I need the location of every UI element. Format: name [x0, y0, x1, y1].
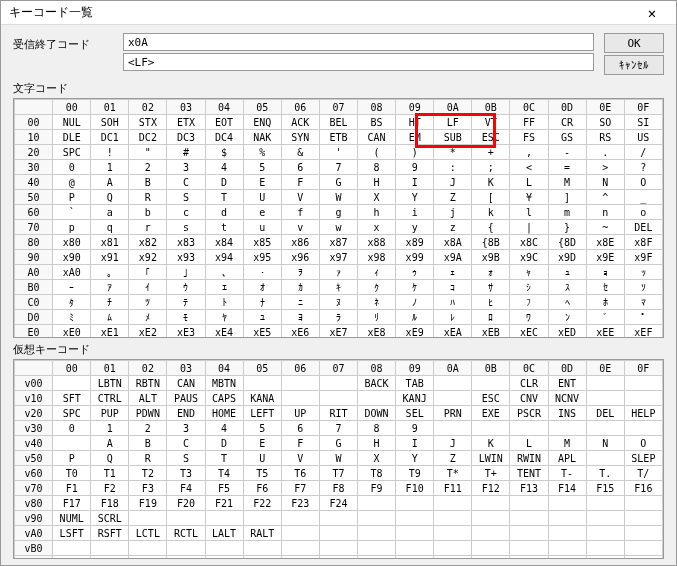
grid-cell[interactable]: U	[243, 451, 281, 466]
grid-cell[interactable]: x83	[167, 235, 205, 250]
grid-cell[interactable]: ¥	[510, 190, 548, 205]
grid-cell[interactable]: T-	[548, 466, 586, 481]
grid-cell[interactable]	[510, 496, 548, 511]
grid-cell[interactable]: G	[319, 175, 357, 190]
grid-cell[interactable]: x88	[357, 235, 395, 250]
grid-cell[interactable]	[548, 421, 586, 436]
grid-cell[interactable]: F12	[472, 481, 510, 496]
grid-cell[interactable]: b	[129, 205, 167, 220]
grid-cell[interactable]: S	[167, 451, 205, 466]
grid-cell[interactable]: F14	[548, 481, 586, 496]
grid-cell[interactable]: ｨ	[357, 265, 395, 280]
grid-cell[interactable]	[396, 556, 434, 560]
grid-cell[interactable]: STX	[129, 115, 167, 130]
grid-cell[interactable]	[472, 541, 510, 556]
grid-cell[interactable]: ﾍ	[548, 295, 586, 310]
grid-cell[interactable]: )	[396, 145, 434, 160]
grid-cell[interactable]: x9C	[510, 250, 548, 265]
grid-cell[interactable]: ﾙ	[396, 310, 434, 325]
grid-cell[interactable]: x86	[281, 235, 319, 250]
grid-cell[interactable]: ｴ	[205, 280, 243, 295]
grid-cell[interactable]: ｫ	[472, 265, 510, 280]
grid-cell[interactable]: ﾗ	[319, 310, 357, 325]
grid-cell[interactable]: ｭ	[548, 265, 586, 280]
grid-cell[interactable]: UP	[281, 406, 319, 421]
grid-cell[interactable]: H	[357, 175, 395, 190]
grid-cell[interactable]: U	[243, 190, 281, 205]
grid-cell[interactable]	[243, 511, 281, 526]
grid-cell[interactable]: T.	[586, 466, 624, 481]
grid-cell[interactable]	[167, 556, 205, 560]
grid-cell[interactable]	[53, 376, 91, 391]
grid-cell[interactable]	[434, 541, 472, 556]
grid-cell[interactable]	[472, 421, 510, 436]
grid-cell[interactable]: N	[586, 175, 624, 190]
grid-cell[interactable]	[624, 496, 662, 511]
grid-cell[interactable]: SPC	[53, 145, 91, 160]
grid-cell[interactable]: ﾖ	[281, 310, 319, 325]
grid-cell[interactable]: ｹ	[396, 280, 434, 295]
grid-cell[interactable]: xE0	[53, 325, 91, 339]
grid-cell[interactable]: ?	[624, 160, 662, 175]
grid-cell[interactable]: SCRL	[91, 511, 129, 526]
grid-cell[interactable]: F19	[129, 496, 167, 511]
grid-cell[interactable]	[281, 391, 319, 406]
grid-cell[interactable]: 3	[167, 421, 205, 436]
grid-cell[interactable]	[624, 421, 662, 436]
grid-cell[interactable]	[205, 556, 243, 560]
code-value-input[interactable]	[123, 33, 594, 51]
grid-cell[interactable]: ﾘ	[357, 310, 395, 325]
grid-cell[interactable]: 0	[53, 160, 91, 175]
grid-cell[interactable]: n	[586, 205, 624, 220]
grid-cell[interactable]: T5	[243, 466, 281, 481]
grid-cell[interactable]: LEFT	[243, 406, 281, 421]
grid-cell[interactable]: T7	[319, 466, 357, 481]
grid-cell[interactable]: xA0	[53, 265, 91, 280]
grid-cell[interactable]: g	[319, 205, 357, 220]
grid-cell[interactable]: x80	[53, 235, 91, 250]
grid-cell[interactable]: LCTL	[129, 526, 167, 541]
grid-cell[interactable]	[548, 541, 586, 556]
grid-cell[interactable]: x99	[396, 250, 434, 265]
grid-cell[interactable]: xE8	[357, 325, 395, 339]
grid-cell[interactable]: ｱ	[91, 280, 129, 295]
grid-cell[interactable]: T3	[167, 466, 205, 481]
grid-cell[interactable]: &	[281, 145, 319, 160]
grid-cell[interactable]	[472, 556, 510, 560]
grid-cell[interactable]: 9	[396, 160, 434, 175]
grid-cell[interactable]: <	[510, 160, 548, 175]
grid-cell[interactable]	[205, 541, 243, 556]
grid-cell[interactable]: ｵ	[243, 280, 281, 295]
grid-cell[interactable]	[434, 556, 472, 560]
grid-cell[interactable]: RWIN	[510, 451, 548, 466]
grid-cell[interactable]: '	[319, 145, 357, 160]
grid-cell[interactable]: ENQ	[243, 115, 281, 130]
grid-cell[interactable]: CNV	[510, 391, 548, 406]
grid-cell[interactable]: X	[357, 451, 395, 466]
grid-cell[interactable]: V	[281, 451, 319, 466]
grid-cell[interactable]: ESC	[472, 130, 510, 145]
grid-cell[interactable]: O	[624, 175, 662, 190]
grid-cell[interactable]: ENT	[548, 376, 586, 391]
grid-cell[interactable]: ｪ	[434, 265, 472, 280]
grid-cell[interactable]	[357, 526, 395, 541]
grid-cell[interactable]: C	[167, 436, 205, 451]
grid-cell[interactable]: L	[510, 436, 548, 451]
grid-cell[interactable]: ,	[510, 145, 548, 160]
grid-cell[interactable]	[434, 526, 472, 541]
grid-cell[interactable]: RS	[586, 130, 624, 145]
grid-cell[interactable]: o	[624, 205, 662, 220]
grid-cell[interactable]: ｶ	[281, 280, 319, 295]
grid-cell[interactable]: 5	[243, 160, 281, 175]
grid-cell[interactable]: LWIN	[472, 451, 510, 466]
grid-cell[interactable]: x81	[91, 235, 129, 250]
grid-cell[interactable]	[53, 541, 91, 556]
grid-cell[interactable]: ｦ	[281, 265, 319, 280]
close-icon[interactable]: ✕	[636, 5, 668, 21]
grid-cell[interactable]: J	[434, 436, 472, 451]
grid-cell[interactable]	[53, 556, 91, 560]
grid-cell[interactable]: Z	[434, 451, 472, 466]
grid-cell[interactable]: ｷ	[319, 280, 357, 295]
grid-cell[interactable]	[510, 541, 548, 556]
grid-cell[interactable]: xED	[548, 325, 586, 339]
